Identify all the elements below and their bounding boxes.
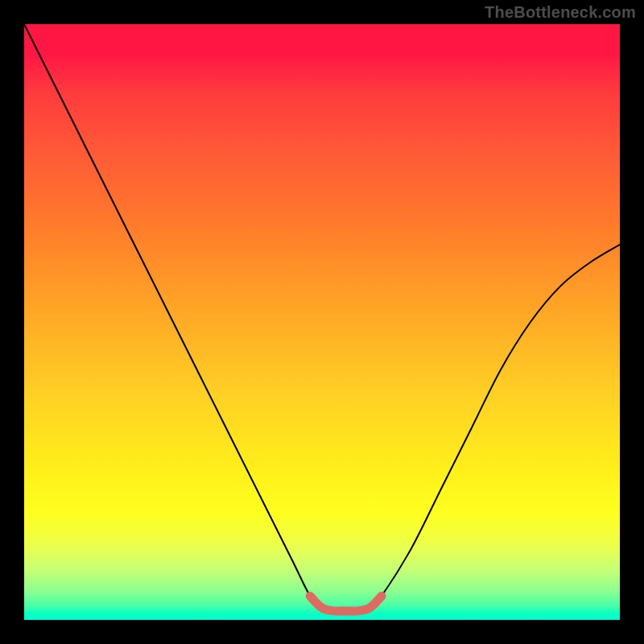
chart-svg	[24, 24, 620, 620]
chart-container: TheBottleneck.com	[0, 0, 644, 644]
bottom-highlight-path	[310, 596, 382, 611]
curve-path	[24, 24, 620, 611]
plot-area	[24, 24, 620, 620]
attribution-label: TheBottleneck.com	[485, 3, 636, 22]
